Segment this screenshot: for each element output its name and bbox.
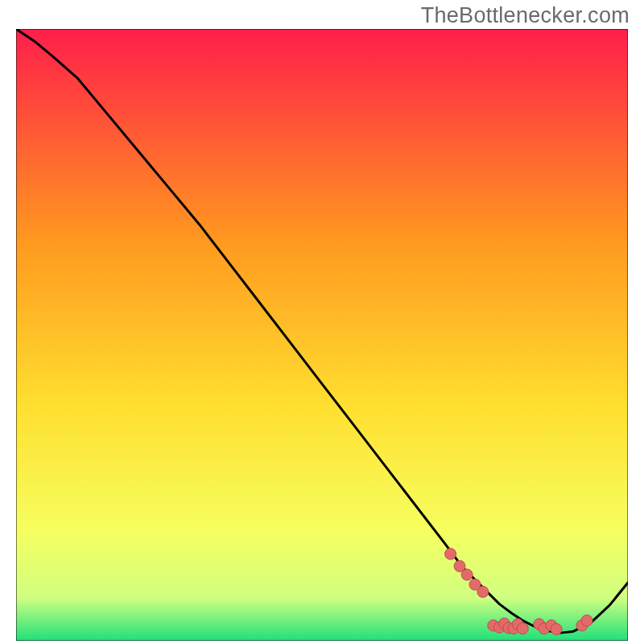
brand-watermark: TheBottlenecker.com — [421, 3, 630, 28]
stage: TheBottlenecker.com — [0, 0, 644, 644]
data-marker — [445, 548, 456, 559]
data-marker — [581, 615, 592, 626]
gradient-background — [16, 29, 628, 641]
data-marker — [461, 569, 473, 580]
data-marker — [551, 624, 562, 635]
data-marker — [517, 623, 528, 634]
data-marker — [477, 586, 489, 597]
bottleneck-chart — [16, 29, 628, 641]
chart-container — [16, 29, 628, 641]
